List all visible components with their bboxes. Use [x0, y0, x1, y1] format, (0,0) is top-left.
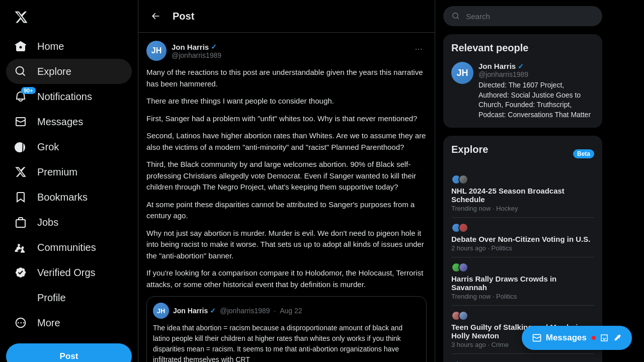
sidebar-item-profile[interactable]: Profile: [6, 285, 132, 310]
sidebar-item-verified-orgs[interactable]: Verified Orgs: [6, 260, 132, 285]
relevant-person-name: Jon Harris ✓: [478, 62, 594, 70]
quoted-author-avatar: JH: [153, 303, 169, 319]
post-button[interactable]: Post: [6, 343, 132, 362]
trend-avatars-0: [451, 174, 594, 185]
profile-icon: [14, 291, 27, 304]
trend-avatar-2: [458, 174, 468, 185]
post-title: Post: [173, 11, 194, 22]
sidebar-item-jobs-label: Jobs: [37, 217, 58, 228]
quoted-post-date: ·: [274, 307, 276, 315]
relevant-person-info: Jon Harris ✓ @jonharris1989 Directed: Th…: [478, 62, 594, 120]
search-bar[interactable]: [443, 6, 602, 26]
quoted-author-name: Jon Harris ✓: [173, 307, 216, 315]
more-circle-icon: [14, 316, 27, 329]
trend-meta-2: Trending now · Politics: [451, 293, 594, 300]
sidebar-item-communities[interactable]: Communities: [6, 235, 132, 260]
relevant-person: JH Jon Harris ✓ @jonharris1989 Directed:…: [451, 62, 594, 120]
author-info: JH Jon Harris ✓ @jonharris1989: [146, 41, 221, 61]
main-content: Post JH Jon Harris ✓ @jonharris1989 ··· …: [138, 0, 435, 362]
trend-meta-1: 2 hours ago · Politics: [451, 244, 594, 252]
sidebar-item-premium-label: Premium: [37, 166, 77, 178]
post-para-2: There are three things I want people to …: [146, 96, 427, 107]
sidebar-item-profile-label: Profile: [37, 292, 66, 304]
sidebar-item-messages[interactable]: Messages: [6, 109, 132, 134]
relevant-people-section: Relevant people JH Jon Harris ✓ @jonharr…: [443, 34, 602, 128]
trend-avatars-3: [451, 311, 594, 321]
sidebar-item-home-label: Home: [37, 41, 64, 52]
jobs-icon: [14, 216, 27, 229]
right-sidebar: Relevant people JH Jon Harris ✓ @jonharr…: [435, 0, 610, 362]
post-para-7: Why not just say abortion is murder. Mur…: [146, 228, 427, 262]
home-icon: [14, 40, 27, 53]
post-para-6: At some point these disparities cannot b…: [146, 199, 427, 222]
main-nav: Home Explore Notifications 90+ Messages: [6, 34, 132, 335]
trend-title-2: Harris Rally Draws Crowds in Savannah: [451, 275, 594, 292]
quoted-post-text: The idea that abortion = racism because …: [153, 323, 420, 362]
trend-item-0[interactable]: NHL 2024-25 Season Broadcast Schedule Tr…: [451, 169, 594, 218]
trend-title-1: Debate Over Non-Citizen Voting in U.S.: [451, 235, 594, 243]
verified-badge: ✓: [211, 43, 217, 51]
explore-header: Explore Beta: [451, 144, 594, 163]
x-logo[interactable]: [6, 4, 132, 32]
sidebar-item-notifications-label: Notifications: [37, 91, 92, 103]
post-author-row: JH Jon Harris ✓ @jonharris1989 ···: [146, 41, 427, 61]
post-body: JH Jon Harris ✓ @jonharris1989 ··· Many …: [138, 33, 435, 362]
sidebar-item-bookmarks[interactable]: Bookmarks: [6, 185, 132, 210]
sidebar-item-jobs[interactable]: Jobs: [6, 210, 132, 235]
author-name: Jon Harris ✓: [172, 43, 221, 51]
post-more-button[interactable]: ···: [411, 41, 427, 57]
messages-float-expand-icon: [600, 333, 609, 342]
relevant-person-avatar: JH: [451, 62, 473, 84]
sidebar-item-communities-label: Communities: [37, 242, 96, 253]
post-para-4: Second, Latinos have higher abortion rat…: [146, 130, 427, 153]
sidebar-item-explore[interactable]: Explore: [6, 59, 132, 84]
trend-meta-0: Trending now · Hockey: [451, 205, 594, 212]
sidebar-item-premium[interactable]: Premium: [6, 159, 132, 185]
sidebar-item-grok[interactable]: Grok: [6, 134, 132, 159]
sidebar-item-more-label: More: [37, 317, 60, 329]
author-handle: @jonharris1989: [172, 51, 221, 59]
messages-float-icon: [532, 333, 542, 343]
search-icon: [452, 12, 460, 21]
relevant-people-title: Relevant people: [451, 42, 594, 54]
communities-icon: [14, 241, 27, 254]
sidebar-item-home[interactable]: Home: [6, 34, 132, 59]
quoted-post-date-value: Aug 22: [280, 307, 302, 315]
trend-avatars-1: [451, 223, 594, 233]
sidebar-item-more[interactable]: More: [6, 310, 132, 335]
sidebar-item-explore-label: Explore: [37, 66, 71, 77]
trend-avatar-b2: [458, 223, 468, 233]
quoted-author-handle: @jonharris1989: [220, 307, 270, 315]
trend-item-1[interactable]: Debate Over Non-Citizen Voting in U.S. 2…: [451, 218, 594, 257]
show-more-trends-link[interactable]: Show more: [451, 354, 594, 362]
post-para-3: First, Sanger had a problem with "unfit"…: [146, 113, 427, 125]
premium-icon: [14, 165, 27, 178]
trend-title-0: NHL 2024-25 Season Broadcast Schedule: [451, 187, 594, 204]
verified-orgs-icon: [14, 266, 27, 279]
left-sidebar: Home Explore Notifications 90+ Messages: [0, 0, 138, 362]
author-avatar: JH: [146, 41, 167, 61]
sidebar-item-bookmarks-label: Bookmarks: [37, 192, 88, 203]
quoted-author-row: JH Jon Harris ✓ @jonharris1989 · Aug 22: [153, 303, 420, 319]
back-button[interactable]: [146, 7, 165, 25]
messages-float-button[interactable]: Messages: [522, 326, 632, 350]
sidebar-item-notifications[interactable]: Notifications 90+: [6, 84, 132, 109]
post-header: Post: [138, 0, 435, 33]
search-icon: [14, 65, 27, 78]
relevant-person-handle: @jonharris1989: [478, 70, 594, 78]
post-para-1: Many of the reactions to this post are u…: [146, 67, 427, 89]
trend-avatar-c2: [458, 262, 468, 273]
quoted-verified-badge: ✓: [210, 307, 216, 315]
author-details: Jon Harris ✓ @jonharris1989: [172, 43, 221, 59]
bookmark-icon: [14, 191, 27, 204]
explore-title: Explore: [451, 144, 488, 155]
sidebar-item-verified-orgs-label: Verified Orgs: [37, 267, 96, 279]
search-input[interactable]: [466, 12, 594, 21]
post-para-8: If you're looking for a comparison compa…: [146, 267, 427, 290]
post-text: Many of the reactions to this post are u…: [146, 67, 427, 290]
relevant-verified-badge: ✓: [518, 62, 524, 70]
trend-item-2[interactable]: Harris Rally Draws Crowds in Savannah Tr…: [451, 257, 594, 306]
quoted-post[interactable]: JH Jon Harris ✓ @jonharris1989 · Aug 22 …: [146, 296, 427, 362]
relevant-person-bio: Directed: The 1607 Project, Authored: So…: [478, 80, 594, 120]
post-para-5: Third, the Black community by and large …: [146, 159, 427, 193]
